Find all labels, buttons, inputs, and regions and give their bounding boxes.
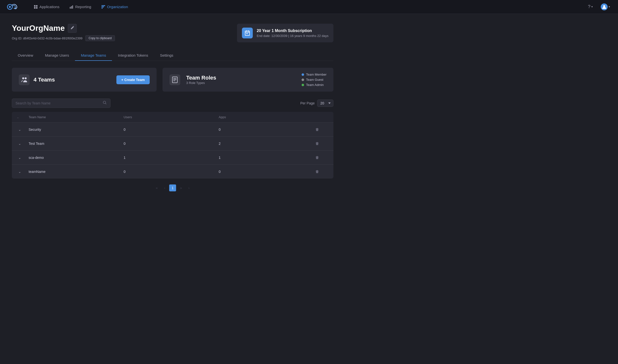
teams-table: ⌄ Team Name Users Apps ⌄ Security 0 0 <box>12 112 333 179</box>
team-name-2: sca-demo <box>29 156 124 160</box>
svg-point-15 <box>603 5 605 7</box>
row-expand-3: ⌄ <box>17 169 29 174</box>
svg-rect-5 <box>36 7 37 9</box>
teams-stat-info: 4 Teams <box>34 77 55 83</box>
table-row: ⌄ teamName 0 0 <box>12 165 333 179</box>
svg-rect-3 <box>36 5 37 7</box>
svg-point-20 <box>25 77 27 79</box>
tabs: Overview Manage Users Manage Teams Integ… <box>12 50 333 61</box>
avatar <box>601 3 608 10</box>
org-title: YourOrgName <box>12 24 115 33</box>
delete-button-1[interactable] <box>314 141 321 146</box>
search-box[interactable] <box>12 99 110 108</box>
subscription-info: 20 Year 1 Month Subscription End date: 1… <box>257 29 328 38</box>
edit-icon <box>70 26 74 31</box>
table-header: ⌄ Team Name Users Apps <box>12 112 333 123</box>
org-name: YourOrgName <box>12 24 65 33</box>
user-menu-button[interactable]: ▾ <box>599 2 612 11</box>
svg-rect-12 <box>102 6 103 7</box>
per-page-label: Per Page <box>300 101 315 105</box>
org-id-value: d64f2e4d-0d32-4c0b-bdae-891f693e2399 <box>23 36 83 40</box>
expand-button-1[interactable]: ⌄ <box>17 141 23 146</box>
svg-rect-8 <box>72 5 73 9</box>
navbar: Applications Reporting Organization ? ▾ … <box>0 0 618 14</box>
per-page-row: Per Page 10 20 50 100 <box>300 99 333 107</box>
legend-dot-grey <box>302 79 304 81</box>
edit-org-button[interactable] <box>68 24 77 33</box>
tab-manage-users[interactable]: Manage Users <box>39 50 75 61</box>
legend-team-member-label: Team Member <box>306 73 327 76</box>
expand-button-2[interactable]: ⌄ <box>17 155 23 160</box>
sort-icon: ⌄ <box>17 116 19 119</box>
expand-button-3[interactable]: ⌄ <box>17 169 23 174</box>
users-0: 0 <box>124 128 218 132</box>
pagination: « ‹ 1 » › <box>12 184 333 191</box>
table-row: ⌄ sca-demo 1 1 <box>12 151 333 165</box>
delete-button-3[interactable] <box>314 169 321 174</box>
tab-manage-teams[interactable]: Manage Teams <box>75 50 112 61</box>
legend-team-admin: Team Admin <box>302 83 327 87</box>
legend-team-guest: Team Guest <box>302 78 327 82</box>
row-expand-2: ⌄ <box>17 155 29 160</box>
actions-1 <box>314 141 328 146</box>
svg-rect-11 <box>104 5 105 6</box>
svg-rect-6 <box>70 7 71 9</box>
subscription-icon <box>242 28 253 38</box>
expand-button-0[interactable]: ⌄ <box>17 127 23 132</box>
svg-rect-13 <box>103 6 104 7</box>
svg-point-1 <box>9 6 11 8</box>
actions-0 <box>314 127 328 132</box>
users-1: 0 <box>124 142 218 146</box>
actions-3 <box>314 169 328 174</box>
role-legends: Team Member Team Guest Team Admin <box>302 73 327 87</box>
roles-subtitle: 3 Role Types <box>186 81 216 85</box>
org-header: YourOrgName Org ID: d64f2e4d-0d32-4c0b-b… <box>12 24 333 42</box>
actions-2 <box>314 155 328 160</box>
org-id-row: Org ID: d64f2e4d-0d32-4c0b-bdae-891f693e… <box>12 35 115 41</box>
reporting-icon <box>69 5 74 9</box>
next-next-button[interactable]: » <box>178 184 184 191</box>
copy-to-clipboard-button[interactable]: Copy to clipboard <box>85 35 115 41</box>
table-row: ⌄ Security 0 0 <box>12 123 333 137</box>
org-title-section: YourOrgName Org ID: d64f2e4d-0d32-4c0b-b… <box>12 24 115 41</box>
users-header: Users <box>124 115 218 119</box>
users-2: 1 <box>124 156 218 160</box>
help-button[interactable]: ? ▾ <box>586 3 595 10</box>
page-1-button[interactable]: 1 <box>169 184 176 191</box>
logo[interactable] <box>6 2 18 11</box>
legend-team-member: Team Member <box>302 73 327 76</box>
nav-reporting[interactable]: Reporting <box>65 3 95 11</box>
apps-1: 2 <box>219 142 314 146</box>
reporting-label: Reporting <box>75 5 91 9</box>
prev-button[interactable]: ‹ <box>162 184 168 191</box>
team-name-0: Security <box>29 128 124 132</box>
main-content: YourOrgName Org ID: d64f2e4d-0d32-4c0b-b… <box>0 14 345 201</box>
nav-applications[interactable]: Applications <box>30 3 63 11</box>
svg-line-26 <box>106 103 107 104</box>
users-3: 0 <box>124 170 218 174</box>
legend-dot-blue <box>302 73 304 76</box>
row-expand-0: ⌄ <box>17 127 29 132</box>
delete-button-2[interactable] <box>314 155 321 160</box>
applications-label: Applications <box>39 5 59 9</box>
tab-overview[interactable]: Overview <box>12 50 39 61</box>
row-expand-1: ⌄ <box>17 141 29 146</box>
create-team-button[interactable]: + Create Team <box>116 75 150 84</box>
tab-settings[interactable]: Settings <box>154 50 179 61</box>
roles-title: Team Roles <box>186 75 216 81</box>
next-button[interactable]: › <box>186 184 192 191</box>
subscription-card: 20 Year 1 Month Subscription End date: 1… <box>237 24 333 42</box>
teams-icon <box>19 74 30 85</box>
prev-prev-button[interactable]: « <box>153 184 160 191</box>
tab-integration-tokens[interactable]: Integration Tokens <box>112 50 154 61</box>
table-controls: Per Page 10 20 50 100 <box>12 99 333 108</box>
per-page-select[interactable]: 10 20 50 100 <box>317 99 333 107</box>
roles-stat-info: Team Roles 3 Role Types <box>186 75 216 85</box>
teams-count: 4 Teams <box>34 77 55 83</box>
nav-organization[interactable]: Organization <box>97 3 132 11</box>
delete-button-0[interactable] <box>314 127 321 132</box>
search-input[interactable] <box>16 101 101 105</box>
stats-row: 4 Teams + Create Team Team Roles 3 Role … <box>12 68 333 92</box>
apps-3: 0 <box>219 170 314 174</box>
svg-rect-17 <box>246 33 247 34</box>
